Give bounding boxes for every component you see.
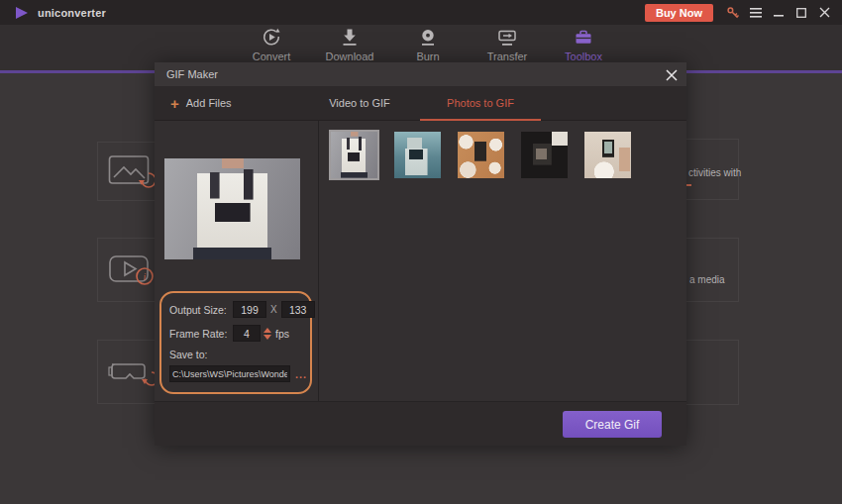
nav-label: Burn [416, 50, 439, 62]
nav-label: Download [326, 50, 374, 62]
svg-text:i: i [144, 271, 147, 282]
buy-now-button[interactable]: Buy Now [645, 4, 713, 22]
gif-preview-image [164, 158, 300, 259]
dialog-title: GIF Maker [166, 68, 218, 80]
maximize-icon[interactable] [793, 5, 809, 21]
dialog-content: Output Size: X Frame Rate: fps Save to: … [155, 121, 686, 401]
video-info-icon: i [108, 251, 156, 290]
tab-photos-to-gif[interactable]: Photos to GIF [420, 86, 541, 120]
frame-rate-stepper[interactable] [263, 328, 271, 340]
output-size-label: Output Size: [169, 304, 233, 316]
dialog-tab-bar: + Add Files Video to GIF Photos to GIF [155, 86, 686, 121]
toolbox-icon [573, 27, 594, 49]
output-width-input[interactable] [233, 301, 266, 318]
convert-icon [261, 27, 282, 49]
frame-rate-label: Frame Rate: [169, 328, 233, 340]
key-icon[interactable] [725, 5, 741, 21]
add-files-button[interactable]: + Add Files [170, 86, 232, 120]
photo-thumbnail-5[interactable] [584, 132, 631, 178]
app-title: uniconverter [38, 7, 106, 19]
play-logo-icon [16, 7, 29, 19]
app-logo: uniconverter [16, 7, 106, 19]
dialog-close-icon[interactable] [664, 67, 679, 82]
card-text-fragment: a media [689, 274, 725, 285]
browse-button[interactable]: ... [295, 368, 307, 380]
nav-label: Toolbox [565, 50, 602, 62]
photo-thumbnail-3[interactable] [458, 132, 504, 178]
minimize-icon[interactable] [771, 5, 787, 21]
fps-label: fps [275, 328, 289, 340]
panel-divider [318, 121, 319, 401]
photo-thumbnail-list [331, 132, 631, 178]
plus-icon: + [170, 96, 179, 111]
dialog-footer: Create Gif [155, 401, 686, 446]
close-icon[interactable] [816, 5, 832, 21]
transfer-icon [496, 27, 518, 49]
save-to-label: Save to: [169, 349, 208, 360]
photo-thumbnail-1[interactable] [331, 132, 377, 178]
photo-thumbnail-4[interactable] [521, 132, 568, 178]
photo-thumbnail-2[interactable] [394, 132, 441, 178]
download-icon [339, 27, 361, 49]
card-text-fragment: ctivities with [688, 167, 741, 178]
card-link-fragment [686, 184, 691, 186]
stepper-up-icon[interactable] [263, 328, 271, 333]
output-height-input[interactable] [281, 301, 315, 318]
save-to-row: Save to: [169, 349, 302, 360]
vr-converter-icon [108, 353, 156, 392]
output-size-row: Output Size: X [169, 301, 302, 318]
add-files-label: Add Files [186, 97, 232, 109]
dialog-header: GIF Maker [155, 62, 686, 86]
nav-label: Convert [253, 50, 291, 62]
output-settings-group: Output Size: X Frame Rate: fps Save to: … [159, 291, 312, 394]
burn-icon [417, 27, 439, 49]
stepper-down-icon[interactable] [263, 335, 271, 340]
window-controls [725, 5, 832, 21]
image-converter-icon [108, 151, 156, 191]
frame-rate-input[interactable] [233, 325, 261, 342]
save-path-input[interactable] [169, 365, 290, 382]
frame-rate-row: Frame Rate: fps [169, 325, 302, 342]
menu-icon[interactable] [748, 5, 764, 21]
save-path-row: ... [169, 365, 302, 382]
create-gif-button[interactable]: Create Gif [563, 411, 662, 438]
title-bar: uniconverter Buy Now [0, 0, 842, 25]
size-separator: X [270, 304, 277, 315]
gif-maker-dialog: GIF Maker + Add Files Video to GIF Photo… [155, 62, 686, 446]
nav-label: Transfer [487, 50, 528, 62]
tab-video-to-gif[interactable]: Video to GIF [298, 86, 421, 120]
